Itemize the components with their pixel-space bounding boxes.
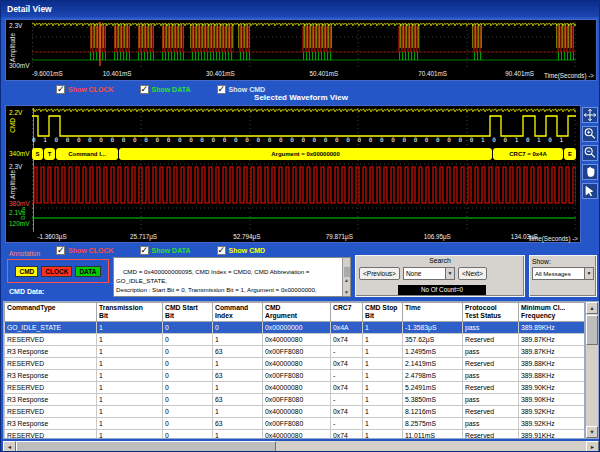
cmd-data-scrollbar[interactable]: ▲ ▼ bbox=[342, 258, 350, 296]
hand-tool-button[interactable] bbox=[582, 164, 598, 180]
table-row[interactable]: RESERVED1010x400000800x74111.011mSReserv… bbox=[5, 430, 586, 440]
show-filter-dropdown[interactable]: All Messages ▼ bbox=[532, 267, 594, 280]
column-header[interactable]: CommandIndex bbox=[213, 303, 263, 322]
table-row[interactable]: R3 Response10630x00FF8080-11.2495mSpass3… bbox=[5, 346, 586, 358]
table-cell: 0 bbox=[163, 358, 213, 370]
table-cell: 0 bbox=[163, 346, 213, 358]
x-tick: 30.401mS bbox=[206, 70, 235, 77]
table-cell: 0x00FF8080 bbox=[263, 370, 331, 382]
scroll-right-button[interactable]: ► bbox=[586, 441, 599, 452]
scrollbar-thumb[interactable] bbox=[16, 441, 276, 452]
table-row[interactable]: RESERVED1010x400000800x741357.62μSReserv… bbox=[5, 334, 586, 346]
table-cell: 0x4A bbox=[331, 322, 363, 334]
table-cell: 0x40000080 bbox=[263, 430, 331, 440]
table-row[interactable]: RESERVED1010x400000800x7412.1419mSReserv… bbox=[5, 358, 586, 370]
table-cell: 0 bbox=[163, 406, 213, 418]
column-header[interactable]: CMD StopBit bbox=[363, 303, 403, 322]
table-cell: 389.88KHz bbox=[519, 358, 586, 370]
x-tick: 25.717μS bbox=[130, 233, 157, 240]
show-cmd-checkbox-2[interactable]: ✓ Show CMD bbox=[217, 246, 266, 255]
table-cell: RESERVED bbox=[5, 334, 97, 346]
table-cell: 1 bbox=[97, 382, 163, 394]
chevron-down-icon: ▼ bbox=[584, 268, 593, 279]
column-header[interactable]: CMDArgument bbox=[263, 303, 331, 322]
table-cell: GO_IDLE_STATE bbox=[5, 322, 97, 334]
scrollbar-track[interactable] bbox=[276, 441, 586, 452]
table-vertical-scrollbar[interactable]: ▲ ▼ bbox=[585, 301, 599, 439]
table-cell: 1 bbox=[363, 430, 403, 440]
table-horizontal-scrollbar[interactable]: ◄ ► bbox=[3, 441, 599, 452]
scroll-left-button[interactable]: ◄ bbox=[3, 441, 16, 452]
selected-waveform-panel[interactable]: 2.2V CMD 340mV 2.3V Amplitude 380mV 2.1V… bbox=[5, 105, 581, 243]
zoom-out-button[interactable] bbox=[582, 145, 598, 161]
zoom-in-button[interactable] bbox=[582, 126, 598, 142]
table-cell: 357.62μS bbox=[403, 334, 463, 346]
table-cell: 389.90KHz bbox=[519, 394, 586, 406]
search-field-dropdown[interactable]: None ▼ bbox=[403, 267, 455, 280]
x-tick: 50.401mS bbox=[309, 70, 338, 77]
x-tick: -1.3603μS bbox=[37, 233, 66, 240]
select-tool-button[interactable] bbox=[582, 183, 598, 199]
overview-waveform-panel[interactable]: 2.3V Amplitude 300mV bbox=[5, 19, 597, 81]
table-cell: 0x74 bbox=[331, 406, 363, 418]
scrollbar-thumb[interactable] bbox=[586, 315, 598, 345]
table-cell: 389.88KHz bbox=[519, 370, 586, 382]
table-row[interactable]: GO_IDLE_STATE1000x000000000x4A1-1.3583μS… bbox=[5, 322, 586, 334]
search-groupbox: Search <Previous> None ▼ <Next> No Of Co… bbox=[355, 255, 525, 297]
checkbox-label: Show DATA bbox=[152, 247, 191, 254]
column-header[interactable]: TransmissionBit bbox=[97, 303, 163, 322]
selected-waveform-plot[interactable] bbox=[32, 108, 576, 232]
table-cell: 0 bbox=[213, 322, 263, 334]
column-header[interactable]: Minimum Cl...Frequency bbox=[519, 303, 586, 322]
title-bar[interactable]: Detail View bbox=[1, 1, 600, 17]
decoded-message-table: CommandTypeTransmissionBitCMD StartBitCo… bbox=[3, 301, 585, 439]
table-cell: 1 bbox=[213, 358, 263, 370]
table-cell: 2.1419mS bbox=[403, 358, 463, 370]
column-header[interactable]: CommandType bbox=[5, 303, 97, 322]
scrollbar-thumb[interactable] bbox=[344, 267, 350, 277]
column-header[interactable]: CMD StartBit bbox=[163, 303, 213, 322]
show-clock-checkbox-2[interactable]: ✓ Show CLOCK bbox=[56, 246, 114, 255]
table-cell: 0x00FF8080 bbox=[263, 418, 331, 430]
checkmark-icon: ✓ bbox=[56, 246, 65, 255]
detail-view-window: Detail View 2.3V Amplitude 300mV bbox=[0, 0, 600, 452]
checkbox-label: Show CLOCK bbox=[68, 247, 114, 254]
table-cell: RESERVED bbox=[5, 382, 97, 394]
table-cell: 0 bbox=[163, 370, 213, 382]
show-panel: Show: All Messages ▼ bbox=[529, 255, 597, 297]
annotation-legend: CMD CLOCK DATA bbox=[7, 259, 109, 283]
previous-button[interactable]: <Previous> bbox=[359, 267, 400, 280]
table-row[interactable]: R3 Response10630x00FF8080-15.3850mSpass3… bbox=[5, 394, 586, 406]
column-header[interactable]: ProtocoolTest Status bbox=[463, 303, 519, 322]
table-cell: 1 bbox=[97, 430, 163, 440]
table-row[interactable]: R3 Response10630x00FF8080-18.2575mSpass3… bbox=[5, 418, 586, 430]
table-row[interactable]: RESERVED1010x400000800x7418.1216mSReserv… bbox=[5, 406, 586, 418]
pan-button[interactable] bbox=[582, 107, 598, 123]
overview-x-axis-title: Time(Seconds) -> bbox=[544, 72, 594, 79]
column-header[interactable]: CRC7 bbox=[331, 303, 363, 322]
x-tick: 90.401mS bbox=[505, 70, 534, 77]
table-row[interactable]: R3 Response10630x00FF8080-12.4798mSpass3… bbox=[5, 370, 586, 382]
table-cell: 0 bbox=[163, 382, 213, 394]
table-cell: 0 bbox=[163, 394, 213, 406]
search-title: Search bbox=[356, 257, 524, 264]
scroll-down-button[interactable]: ▼ bbox=[586, 426, 598, 438]
table-cell: RESERVED bbox=[5, 406, 97, 418]
table-cell: R3 Response bbox=[5, 370, 97, 382]
column-header[interactable]: Time bbox=[403, 303, 463, 322]
table-cell: 0x40000080 bbox=[263, 334, 331, 346]
table-cell: 1 bbox=[97, 370, 163, 382]
cmd-annotation-bar: S T Command I... Argument = 0x00000000 C… bbox=[32, 148, 576, 160]
table-row[interactable]: RESERVED1010x400000800x7415.2491mSReserv… bbox=[5, 382, 586, 394]
annotation-argument: Argument = 0x00000000 bbox=[119, 148, 492, 160]
table-cell: 1 bbox=[363, 382, 403, 394]
table-cell: 0 bbox=[163, 334, 213, 346]
show-data-checkbox-2[interactable]: ✓ Show DATA bbox=[140, 246, 191, 255]
next-button[interactable]: <Next> bbox=[458, 267, 487, 280]
data-channel-label: Data bbox=[20, 207, 26, 220]
scroll-up-button[interactable]: ▲ bbox=[586, 302, 598, 314]
overview-plot[interactable] bbox=[32, 22, 576, 68]
table-cell: 1 bbox=[213, 430, 263, 440]
checkmark-icon: ✓ bbox=[217, 246, 226, 255]
cmd-data-textbox[interactable]: CMD = 0x400000000095, CMD Index = CMD0, … bbox=[113, 257, 351, 297]
